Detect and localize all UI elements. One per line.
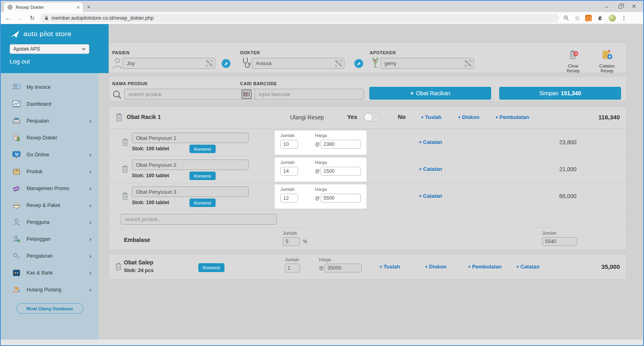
zoom-icon[interactable]: [563, 15, 569, 21]
sidebar-item-hutang-piutang[interactable]: Hutang Piutang ›: [1, 281, 99, 298]
add-ingredient-row: [109, 210, 626, 227]
pasien-input[interactable]: [123, 58, 215, 69]
delete-racik-button[interactable]: [115, 113, 123, 123]
jumlah-input[interactable]: [280, 140, 298, 149]
salep-diskon-link[interactable]: +Diskon: [425, 264, 446, 270]
konversi-button[interactable]: Konversi: [189, 199, 216, 207]
embalase-amount-label: Jumlah: [542, 231, 556, 235]
plus-icon: +: [516, 264, 519, 270]
salep-jumlah-input[interactable]: [285, 264, 300, 272]
browser-titlebar: Resep Dokter × + – ×: [1, 1, 643, 12]
qr-scan-icon[interactable]: [465, 60, 471, 67]
percent-sign: %: [303, 239, 307, 244]
harga-input[interactable]: [321, 194, 361, 203]
embalase-amount-input[interactable]: [542, 237, 577, 246]
reload-button[interactable]: ↻: [28, 14, 36, 22]
window-minimize-button[interactable]: –: [600, 4, 613, 10]
sidebar-item-resep-dokter[interactable]: Resep Dokter: [1, 129, 99, 146]
delete-salep-button[interactable]: [115, 262, 122, 272]
profile-avatar[interactable]: [609, 14, 616, 22]
barcode-input[interactable]: [255, 89, 364, 100]
clear-resep-button[interactable]: Clear Resep: [562, 48, 584, 73]
ingredient-row: Stok: 100 tablet Konversi Jumlah Harga @…: [109, 129, 626, 156]
store-selector[interactable]: Apotek APS: [10, 44, 89, 54]
jumlah-input[interactable]: [280, 194, 298, 203]
catatan-resep-button[interactable]: Catatan Resep: [593, 48, 621, 73]
browser-tab[interactable]: Resep Dokter ×: [4, 2, 83, 12]
barcode-icon: [241, 89, 252, 99]
extensions-puzzle-icon[interactable]: [597, 15, 603, 21]
ingredient-name-input[interactable]: [132, 186, 249, 197]
salep-catatan-link[interactable]: +Catatan: [516, 264, 539, 270]
at-sign: @: [315, 168, 320, 174]
ingredient-catatan-link[interactable]: +Catatan: [419, 193, 442, 199]
ingredient-catatan-link[interactable]: +Catatan: [419, 166, 442, 172]
sidebar-item-pelanggan[interactable]: Pelanggan ›: [1, 231, 99, 248]
extension-orange-icon[interactable]: [585, 15, 592, 21]
dokter-edit-button[interactable]: [354, 59, 363, 68]
simpan-button[interactable]: Simpan 151,340: [499, 87, 621, 100]
harga-input[interactable]: [321, 167, 361, 176]
embalase-percent-input[interactable]: [283, 237, 300, 246]
delete-ingredient-button[interactable]: [122, 138, 128, 147]
ulangi-resep-toggle[interactable]: [364, 113, 380, 121]
dokter-input[interactable]: [252, 58, 344, 69]
chevron-right-icon: ›: [89, 219, 91, 225]
konversi-button[interactable]: Konversi: [189, 172, 216, 180]
ingredient-name-input[interactable]: [132, 133, 249, 143]
delete-ingredient-button[interactable]: [122, 192, 128, 201]
racik-pembulatan-link[interactable]: +Pembulatan: [495, 114, 529, 120]
ingredient-catatan-link[interactable]: +Catatan: [419, 139, 442, 145]
salep-harga-input[interactable]: [325, 264, 362, 272]
sidebar-item-label: Pelanggan: [27, 236, 51, 242]
sidebar-item-my-invoice[interactable]: My Invoice: [1, 79, 99, 96]
tab-close-icon[interactable]: ×: [76, 5, 80, 10]
salep-pembulatan-link[interactable]: +Pembulatan: [468, 264, 502, 270]
konversi-button[interactable]: Konversi: [189, 145, 216, 153]
sidebar-item-label: Kas & Bank: [27, 270, 53, 276]
new-tab-button[interactable]: +: [87, 3, 91, 10]
sidebar-item-resep-paket[interactable]: Resep & Paket ›: [1, 197, 99, 214]
sidebar-item-go-online[interactable]: Go Online ›: [1, 146, 99, 163]
url-bar[interactable]: member.autopilotstore.co.id/resep_dokter…: [40, 14, 559, 23]
ingredient-stock: Stok: 100 tablet: [132, 200, 169, 205]
window-restore-button[interactable]: [613, 4, 627, 10]
jumlah-label: Jumlah: [280, 187, 294, 192]
sidebar-item-pengaturan[interactable]: Pengaturan ›: [1, 248, 99, 264]
sidebar-item-dashboard[interactable]: Dashboard: [1, 96, 99, 113]
apoteker-input[interactable]: [381, 58, 474, 69]
qr-scan-icon[interactable]: [206, 60, 213, 67]
back-button[interactable]: ←: [4, 14, 12, 21]
menu-dots-icon[interactable]: ⋮: [621, 15, 627, 21]
sidebar-item-produk[interactable]: Produk ›: [1, 163, 99, 180]
search-icon: [112, 90, 122, 100]
qr-scan-icon[interactable]: [335, 60, 342, 67]
sidebar-item-manajemen-promo[interactable]: % Manajemen Promo ›: [1, 180, 99, 197]
pasien-edit-button[interactable]: [222, 59, 230, 68]
sidebar-item-label: Resep & Paket: [27, 203, 60, 208]
promo-tag-icon: %: [11, 184, 22, 193]
reload-database-button[interactable]: Muat Ulang Database: [16, 303, 84, 314]
ingredient-name-input[interactable]: [132, 160, 249, 170]
sidebar-item-pengguna[interactable]: Pengguna ›: [1, 214, 99, 231]
harga-input[interactable]: [321, 140, 361, 149]
trash-icon: [122, 165, 128, 173]
bookmark-star-icon[interactable]: ☆: [574, 14, 580, 22]
product-search-band: NAMA PRODUK CARI BARCODE + Obat Racikan …: [109, 76, 627, 101]
add-ingredient-search-input[interactable]: [121, 214, 277, 225]
salep-tuslah-link[interactable]: +Tuslah: [379, 264, 400, 270]
simpan-amount: 151,340: [561, 90, 581, 96]
obat-racikan-button[interactable]: + Obat Racikan: [369, 87, 491, 100]
window-close-button[interactable]: ×: [627, 3, 641, 10]
chevron-right-icon: ›: [89, 253, 91, 259]
sidebar-item-kas-bank[interactable]: Kas & Bank ›: [1, 264, 99, 281]
sidebar-item-penjualan[interactable]: Penjualan ›: [1, 113, 99, 129]
delete-ingredient-button[interactable]: [122, 165, 128, 174]
konversi-button[interactable]: Konversi: [198, 263, 224, 272]
jumlah-input[interactable]: [280, 167, 298, 176]
racik-tuslah-link[interactable]: +Tuslah: [421, 114, 442, 120]
plus-icon: +: [425, 264, 428, 270]
racik-diskon-link[interactable]: +Diskon: [458, 114, 479, 120]
sidebar-header: auto pilot store Apotek APS Log out: [1, 24, 109, 73]
logout-link[interactable]: Log out: [10, 58, 109, 65]
